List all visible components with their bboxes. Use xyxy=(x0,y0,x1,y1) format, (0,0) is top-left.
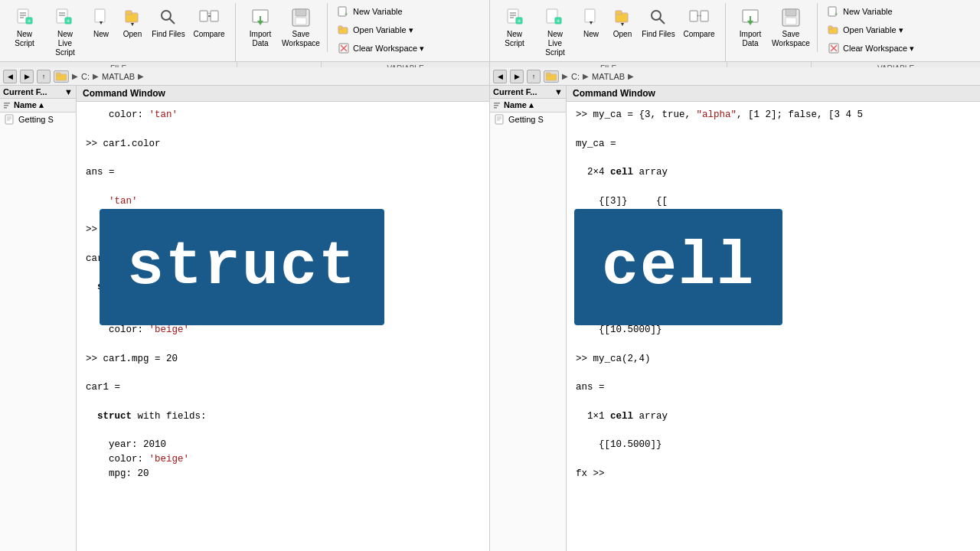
path-matlab-left: MATLAB xyxy=(102,72,135,81)
right-cmd-title: Command Window xyxy=(573,88,655,99)
import-icon xyxy=(250,7,271,28)
sidebar-collapse-icon-right[interactable]: ▼ xyxy=(554,87,563,96)
path-separator-left1: ▶ xyxy=(72,72,78,80)
new-button[interactable]: ▼ New xyxy=(86,3,116,49)
open-button[interactable]: ▼ Open xyxy=(117,3,148,49)
forward-button-right[interactable]: ▶ xyxy=(510,70,524,83)
open-button-r[interactable]: ▼ Open xyxy=(607,3,638,49)
address-bar: ◀ ▶ ↑ ▶ C: ▶ MATLAB ▶ ◀ ▶ ↑ ▶ C: ▶ MATLA… xyxy=(0,67,980,86)
find-files-button-r[interactable]: Find Files xyxy=(639,3,678,49)
import-data-button-r[interactable]: ImportData xyxy=(730,3,770,52)
cmd-line-r: {[3]} {[ xyxy=(576,194,971,209)
left-sidebar-item-gettings[interactable]: Getting S xyxy=(0,112,76,126)
new-button-r[interactable]: ▼ New xyxy=(576,3,606,49)
cmd-line-r xyxy=(576,280,971,295)
svg-rect-74 xyxy=(5,115,13,124)
svg-line-17 xyxy=(169,18,175,24)
right-sidebar-item-gettings[interactable]: Getting S xyxy=(490,112,566,126)
cmd-line xyxy=(86,424,480,439)
file-group-right: + NewScript + NewLive Script xyxy=(495,3,726,61)
svg-rect-72 xyxy=(4,105,8,106)
new-script-label: New Script xyxy=(7,30,42,48)
left-sidebar-header: Current F... ▼ xyxy=(0,86,76,99)
variable-stack-left: + New Variable Open Variable ▾ xyxy=(332,3,430,57)
open-icon-r: ▼ xyxy=(612,7,633,28)
new-variable-button-r[interactable]: + New Variable xyxy=(822,3,920,20)
cmd-line xyxy=(86,367,480,381)
cmd-line: color: 'beige' xyxy=(86,323,480,337)
import-icon-r xyxy=(740,7,761,28)
new-live-script-button-r[interactable]: + NewLive Script xyxy=(535,3,575,61)
svg-text:↔: ↔ xyxy=(207,11,211,15)
address-left: ◀ ▶ ↑ ▶ C: ▶ MATLAB ▶ xyxy=(0,67,490,85)
cmd-line-r xyxy=(576,180,971,194)
up-button-right[interactable]: ↑ xyxy=(527,70,541,83)
svg-rect-71 xyxy=(4,103,10,104)
svg-text:▼: ▼ xyxy=(99,20,104,25)
toolbar-right: + NewScript + NewLive Script xyxy=(490,0,980,67)
right-command-window: Command Window >> my_ca = {3, true, "alp… xyxy=(567,86,980,551)
new-script-button[interactable]: + New Script xyxy=(5,3,44,52)
import-data-button[interactable]: ImportData xyxy=(240,3,280,52)
import-save-group-left: ImportData Save Workspace xyxy=(240,3,328,52)
find-files-icon xyxy=(158,7,179,28)
file-icon-left xyxy=(5,114,15,125)
svg-rect-27 xyxy=(296,18,306,24)
open-variable-button[interactable]: Open Variable ▾ xyxy=(332,21,430,38)
compare-button[interactable]: ↔ Compare xyxy=(189,3,229,49)
new-icon-r: ▼ xyxy=(580,7,602,28)
cmd-line xyxy=(86,208,480,223)
open-variable-label: Open Variable ▾ xyxy=(353,25,413,35)
toolbar-left-buttons: + New Script + xyxy=(0,0,489,61)
find-files-button[interactable]: Find Files xyxy=(149,3,188,49)
left-pane: Current F... ▼ Name ▴ Getting S xyxy=(0,86,490,551)
new-variable-icon-r: + xyxy=(828,5,840,18)
clear-workspace-button[interactable]: Clear Workspace ▾ xyxy=(332,40,430,57)
svg-rect-81 xyxy=(495,115,503,124)
left-cmd-header: Command Window xyxy=(77,86,489,102)
svg-marker-56 xyxy=(747,21,753,25)
svg-rect-31 xyxy=(338,26,342,29)
cmd-line xyxy=(86,237,480,252)
svg-text:↔: ↔ xyxy=(696,12,702,19)
svg-rect-19 xyxy=(211,11,218,21)
find-files-label: Find Files xyxy=(152,30,185,39)
cmd-line xyxy=(86,122,480,137)
svg-rect-73 xyxy=(4,107,7,109)
new-variable-button[interactable]: + New Variable xyxy=(332,3,430,20)
back-button-right[interactable]: ◀ xyxy=(493,70,507,83)
sidebar-collapse-icon-left[interactable]: ▼ xyxy=(64,87,73,96)
save-workspace-button[interactable]: Save Workspace xyxy=(281,3,321,52)
cmd-line-r: my_ca = xyxy=(576,137,971,152)
cmd-line-r xyxy=(576,452,971,467)
svg-rect-63 xyxy=(828,26,832,29)
cmd-line: >> car1.color = ' xyxy=(86,223,480,237)
svg-rect-26 xyxy=(296,9,306,16)
svg-rect-47 xyxy=(616,11,622,15)
cmd-line-r xyxy=(576,367,971,381)
right-cmd-content[interactable]: >> my_ca = {3, true, "alpha", [1 2]; fal… xyxy=(567,102,980,551)
left-pane-top: Current F... ▼ Name ▴ Getting S xyxy=(0,86,489,551)
toolbar: + New Script + xyxy=(0,0,980,67)
back-button-left[interactable]: ◀ xyxy=(3,70,17,83)
path-matlab-right: MATLAB xyxy=(592,72,625,81)
clear-workspace-button-r[interactable]: Clear Workspace ▾ xyxy=(822,40,920,57)
new-script-button-r[interactable]: + NewScript xyxy=(495,3,534,52)
cmd-line xyxy=(86,266,480,280)
save-workspace-button-r[interactable]: Save Workspace xyxy=(771,3,811,52)
cmd-line: car1 = xyxy=(86,380,480,395)
up-button-left[interactable]: ↑ xyxy=(37,70,51,83)
cmd-line: mpg: 20 xyxy=(86,467,480,481)
left-cmd-content[interactable]: color: 'tan' >> car1.color ans = 'tan' >… xyxy=(77,102,489,551)
new-script-icon: + xyxy=(14,7,35,28)
cmd-line-r: 2×4 cell array xyxy=(576,165,971,180)
new-live-script-button[interactable]: + NewLive Script xyxy=(45,3,85,61)
cmd-line xyxy=(86,337,480,352)
cmd-line-r: >> my_ca(2,4) xyxy=(576,352,971,367)
cmd-line-r: {[0]} {1×3 xyxy=(576,208,971,223)
compare-button-r[interactable]: ↔ Compare xyxy=(679,3,719,49)
clear-workspace-icon xyxy=(338,42,350,54)
open-variable-button-r[interactable]: Open Variable ▾ xyxy=(822,21,920,38)
svg-text:+: + xyxy=(518,18,521,24)
forward-button-left[interactable]: ▶ xyxy=(20,70,34,83)
